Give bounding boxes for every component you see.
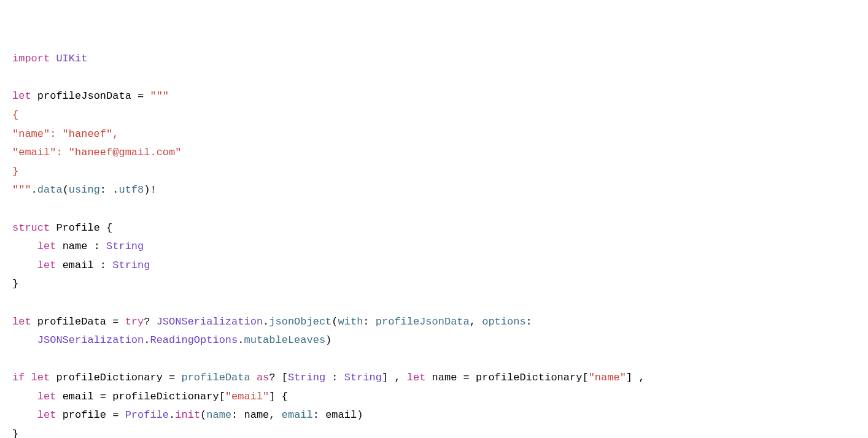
type-uikit: UIKit (56, 53, 87, 64)
keyword-let: let (37, 240, 56, 252)
type-profile: Profile (125, 409, 169, 421)
type-string: String (288, 372, 325, 383)
type-string: String (112, 259, 150, 271)
string-close: """ (12, 184, 31, 196)
fn-jsonObject: jsonObject (269, 316, 331, 328)
keyword-if: if (12, 372, 25, 383)
code-line-20: let profile = Profile.init(name: name, e… (12, 409, 363, 421)
param-name: name (206, 409, 231, 421)
code-line-10: struct Profile { (12, 222, 112, 234)
param-with: with (338, 316, 363, 328)
code-line-18: if let profileDictionary = profileData a… (12, 372, 645, 383)
keyword-let: let (37, 259, 56, 271)
code-line-15: let profileData = try? JSONSerialization… (12, 316, 532, 328)
keyword-let: let (31, 372, 50, 383)
code-line-19: let email = profileDictionary["email"] { (12, 391, 288, 402)
enum-utf8: utf8 (118, 184, 144, 196)
string-line: "name": "haneef", (12, 128, 118, 140)
type-string: String (344, 372, 382, 383)
string-email-key: "email" (225, 391, 269, 402)
keyword-init: init (175, 409, 200, 421)
keyword-let: let (407, 372, 426, 383)
keyword-let: let (37, 391, 56, 402)
type-jsonserialization: JSONSerialization (37, 334, 144, 346)
string-line: } (12, 166, 18, 177)
code-line-13: } (12, 278, 18, 290)
fn-data: data (37, 184, 63, 196)
param-options: options (482, 316, 525, 328)
code-block: import UIKit let profileJsonData = """ {… (12, 50, 856, 438)
keyword-let: let (12, 90, 31, 102)
keyword-let: let (12, 316, 31, 328)
code-line-16: JSONSerialization.ReadingOptions.mutable… (12, 334, 331, 346)
code-line-12: let email : String (12, 259, 150, 271)
var-profileData: profileData (37, 316, 106, 328)
type-string: String (106, 240, 144, 252)
code-line-3: let profileJsonData = """ (12, 90, 169, 102)
prop-name: name (63, 240, 88, 252)
var-email: email (63, 391, 94, 402)
keyword-try: try (125, 316, 144, 328)
code-line-21: } (12, 428, 18, 438)
var-profileDictionary: profileDictionary (56, 372, 162, 383)
keyword-let: let (37, 409, 56, 421)
keyword-import: import (12, 53, 50, 64)
param-using: using (69, 184, 100, 196)
code-line-1: import UIKit (12, 53, 87, 64)
string-line: "email": "haneef@gmail.com" (12, 147, 181, 158)
var-profile: profile (63, 409, 106, 421)
enum-mutableLeaves: mutableLeaves (244, 334, 325, 346)
code-line-11: let name : String (12, 240, 144, 252)
ref-profileData: profileData (181, 372, 250, 383)
string-line: { (12, 109, 18, 121)
string-open: """ (150, 90, 169, 102)
type-jsonserialization: JSONSerialization (157, 316, 263, 328)
ref-profileJsonData: profileJsonData (376, 316, 470, 328)
type-readingoptions: ReadingOptions (150, 334, 238, 346)
prop-email: email (63, 259, 94, 271)
var-profileJsonData: profileJsonData (37, 90, 131, 102)
type-profile-decl: Profile (56, 222, 99, 234)
var-name: name (432, 372, 457, 383)
param-email: email (282, 409, 313, 421)
keyword-struct: struct (12, 222, 50, 234)
keyword-as: as (257, 372, 269, 383)
code-line-8: """.data(using: .utf8)! (12, 184, 157, 196)
string-name-key: "name" (589, 372, 626, 383)
